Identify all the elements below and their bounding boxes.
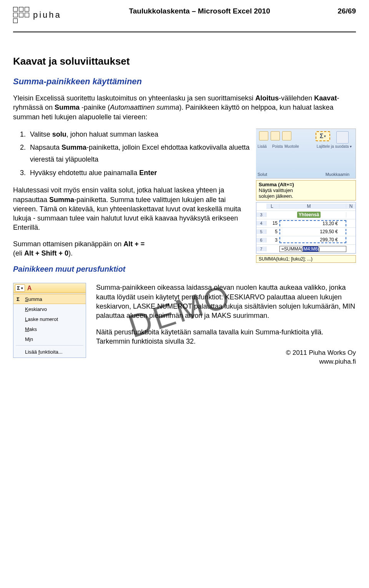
tooltip-title: Summa (Alt+=) [259, 182, 353, 187]
steps-list: Valitse solu, johon haluat summan laskea… [28, 129, 252, 179]
intro-paragraph: Yleisin Excelissä suoritettu laskutoimit… [13, 94, 356, 122]
page-header: piuha Taulukkolaskenta – Microsoft Excel… [13, 7, 356, 25]
menu-separator [16, 345, 83, 346]
delete-icon [271, 131, 280, 140]
page-footer: © 2011 Piuha Works Oy www.piuha.fi [286, 349, 356, 366]
col-header-M: M [279, 204, 346, 209]
menu-body: Σ Summa Keskiarvo Laske numerot Maks Min… [13, 293, 86, 357]
ribbon-screenshot: Σ Lisää Poista Muotoile Lajittele ja suo… [256, 129, 356, 179]
website: www.piuha.fi [286, 357, 356, 366]
select-first-paragraph: Halutessasi voit myös ensin valita solut… [13, 185, 252, 232]
ribbon-label-delete: Poista [272, 144, 283, 149]
step-2: Napsauta Summa-painiketta, jolloin Excel… [28, 142, 252, 165]
heading-1: Kaavat ja soluviittaukset [13, 55, 356, 67]
ribbon-group-editing: Muokkaamin [326, 172, 349, 177]
cell-m4: 13,20 € [279, 220, 346, 226]
step-1: Valitse solu, johon haluat summan laskea [28, 129, 252, 140]
worksheet-screenshot: L M N 3 Yhteensä 4 15 13,20 € [256, 202, 356, 254]
ribbon-label-insert: Lisää [258, 144, 267, 149]
font-color-icon: A [27, 285, 32, 292]
col-header-N: N [346, 204, 356, 209]
sum-dropdown-menu: Σ A Σ Summa Keskiarvo Laske numerot Maks… [13, 283, 86, 358]
format-icon [282, 131, 291, 140]
menu-top-bar: Σ A [13, 283, 86, 293]
lower-paragraph-1: Summa-painikkeen oikeassa laidassa oleva… [96, 283, 356, 320]
ribbon-label-format: Muotoile [284, 144, 299, 149]
document-title: Taulukkolaskenta – Microsoft Excel 2010 [62, 7, 338, 15]
left-column: Valitse solu, johon haluat summan laskea… [13, 129, 252, 280]
sigma-icon: Σ [15, 284, 25, 292]
heading-3: Painikkeen muut perusfunktiot [13, 265, 252, 274]
yhteensa-label: Yhteensä [297, 212, 321, 218]
cell-m5: 129,50 € [279, 229, 346, 234]
logo: piuha [13, 7, 62, 23]
copyright: © 2011 Piuha Works Oy [286, 349, 356, 357]
tooltip-box: Summa (Alt+=) Näytä valittujen solujen j… [256, 180, 356, 200]
ribbon-label-sortfilter: Lajittele ja suodata ▾ [317, 144, 352, 149]
logo-text: piuha [33, 10, 62, 20]
lower-paragraph-2: Näitä perusfunktioita käytetään samalla … [96, 327, 356, 346]
shortcut-paragraph: Summan ottamisen pikanäppäin on Alt + = … [13, 239, 252, 258]
logo-squares-icon [13, 7, 29, 23]
menu-item-summa: Σ Summa [13, 294, 86, 304]
menu-screenshot-column: Σ A Σ Summa Keskiarvo Laske numerot Maks… [13, 283, 86, 358]
tooltip-line: Näytä valittujen [259, 187, 353, 193]
sheet-formula-row: 7 =SUMMA(M4:M6) [256, 245, 356, 253]
sheet-row: 4 15 13,20 € [256, 219, 356, 228]
sheet-row: 3 Yhteensä [256, 211, 356, 219]
insert-icon [259, 131, 268, 140]
sheet-row: 5 5 129,50 € [256, 228, 356, 236]
sheet-header-row: L M N [256, 202, 356, 211]
menu-item-maks: Maks [13, 324, 86, 334]
step-3: Hyväksy ehdotettu alue painamalla Enter [28, 167, 252, 179]
sort-filter-icon [336, 131, 349, 144]
tooltip-line: solujen jälkeen. [259, 193, 353, 199]
formula-hint: SUMMA(luku1; [luku2]; ...) [256, 255, 356, 263]
cell-m6: 299,70 € [279, 237, 346, 243]
formula-cell: =SUMMA(M4:M6) [279, 246, 346, 252]
lower-text-column: Summa-painikkeen oikeassa laidassa oleva… [96, 283, 356, 358]
menu-item-laske-numerot: Laske numerot [13, 314, 86, 324]
menu-item-keskiarvo: Keskiarvo [13, 304, 86, 314]
right-column: Σ Lisää Poista Muotoile Lajittele ja suo… [256, 129, 356, 280]
ribbon-group-cells: Solut [258, 172, 267, 177]
content: Kaavat ja soluviittaukset Summa-painikke… [13, 32, 356, 358]
sheet-row: 6 3 299,70 € [256, 236, 356, 245]
lower-section: Σ A Σ Summa Keskiarvo Laske numerot Maks… [13, 283, 356, 358]
sigma-sum-icon: Σ [316, 131, 330, 141]
page-number: 26/69 [337, 7, 356, 15]
heading-2: Summa-painikkeen käyttäminen [13, 77, 356, 87]
col-header-L: L [266, 204, 279, 209]
sigma-icon: Σ [17, 296, 20, 302]
two-column-section: Valitse solu, johon haluat summan laskea… [13, 129, 356, 280]
menu-item-more-functions: Lisää funktioita... [13, 347, 86, 357]
page: piuha Taulukkolaskenta – Microsoft Excel… [0, 0, 369, 373]
menu-item-min: Min [13, 334, 86, 344]
